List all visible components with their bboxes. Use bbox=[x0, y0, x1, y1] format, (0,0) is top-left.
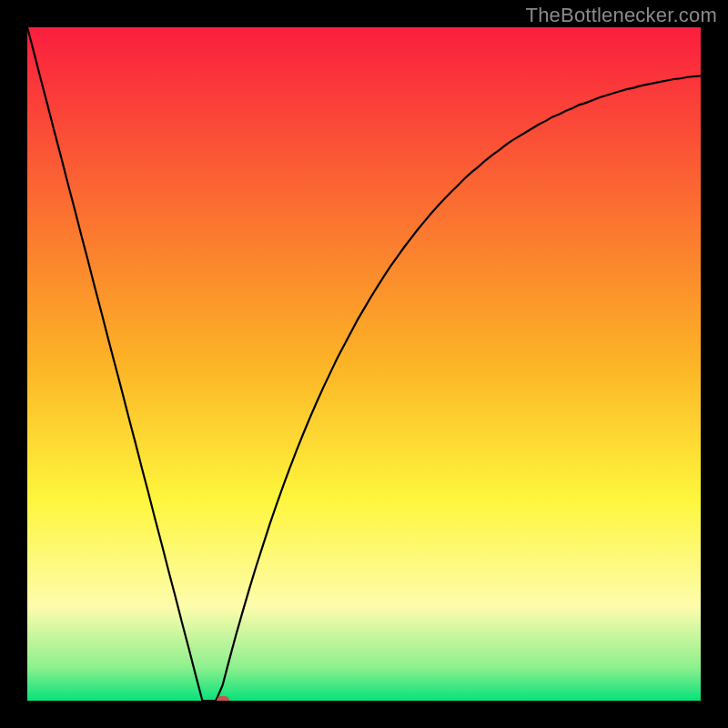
bottleneck-curve bbox=[27, 27, 701, 701]
optimum-marker bbox=[217, 696, 229, 701]
watermark-text: TheBottlenecker.com bbox=[526, 4, 717, 27]
chart-frame: TheBottlenecker.com bbox=[0, 0, 728, 728]
plot-area bbox=[27, 27, 701, 701]
